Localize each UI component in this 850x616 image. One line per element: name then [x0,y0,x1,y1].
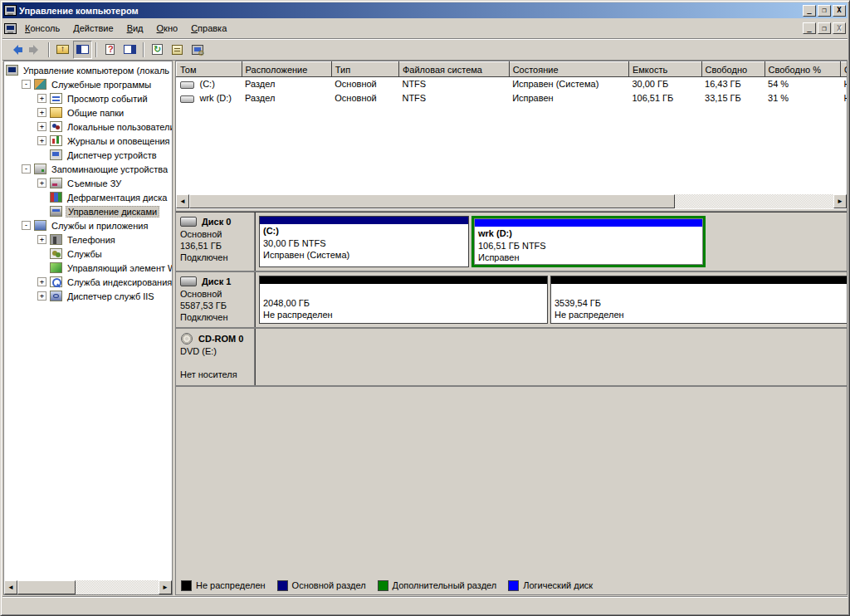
disk-region[interactable]: (C:)30,00 ГБ NTFSИсправен (Система) [259,216,469,267]
disk-label[interactable]: Диск 0Основной136,51 ГБПодключен [176,213,256,271]
volume-row[interactable]: (C:)РазделОсновнойNTFSИсправен (Система)… [177,77,848,91]
column-header-6[interactable]: Емкость [628,62,701,77]
tree-expander-icon[interactable]: + [37,277,46,286]
tree-expander-icon[interactable]: + [37,178,46,188]
column-header-3[interactable]: Тип [331,62,398,77]
legend-item: Основной раздел [277,580,366,591]
tree-item-users[interactable]: +Локальные пользователи [6,120,172,134]
volume-cell: 16,43 ГБ [701,77,765,91]
tree-item-event[interactable]: +Просмотр событий [6,91,172,105]
scroll-right-icon[interactable]: ► [833,194,847,208]
tree-expander-icon[interactable]: + [37,136,46,145]
tree-horizontal-scrollbar[interactable]: ◄ ► [4,580,172,594]
tree-item-folder[interactable]: +Общие папки [6,105,172,120]
child-close-button[interactable]: X [833,22,846,34]
event-icon [50,93,62,104]
scrollbar-thumb[interactable] [17,580,76,594]
tree-item-indexing[interactable]: +Служба индексирования [6,275,172,289]
volume-cell: Основной [331,77,398,91]
extended-partition-container[interactable]: wrk (D:)106,51 ГБ NTFSИсправен [471,216,706,267]
disk-region[interactable]: 2048,00 ГБНе распределен [259,276,548,324]
legend-item: Дополнительный раздел [378,580,497,591]
servapps-icon [34,220,46,231]
volume-row[interactable]: wrk (D:)РазделОсновнойNTFSИсправен106,51… [177,91,848,105]
tree-item-telephony[interactable]: +Телефония [6,232,172,247]
show-hide-console-tree-button[interactable] [73,41,92,59]
tree-expander-icon[interactable]: - [22,80,31,89]
tree-item-label: Просмотр событий [66,94,149,104]
tree-item-devmgr[interactable]: Диспетчер устройств [6,148,172,162]
tree-expander-icon[interactable]: + [37,291,46,301]
console-window-icon[interactable] [4,23,17,34]
menu-item-Окно[interactable]: Окно [150,21,185,36]
child-minimize-button[interactable]: _ [803,22,816,34]
console-tree-pane: Управление компьютером (локаль-Служебные… [3,61,173,595]
refresh-button[interactable] [148,41,167,59]
partition-type-stripe [260,276,547,284]
up-one-level-button[interactable] [53,41,72,59]
tree-item-wmi[interactable]: Управляющий элемент WM [6,261,172,275]
disk-label[interactable]: Диск 1Основной5587,53 ГБПодключен [176,272,256,327]
volume-table-header-row: ТомРасположениеТипФайловая системаСостоя… [177,62,848,77]
scroll-left-icon[interactable]: ◄ [176,194,189,208]
tree-item-label: Съемные ЗУ [66,178,123,188]
tree-item-services[interactable]: Службы [6,247,172,261]
child-restore-button[interactable]: ❐ [818,22,831,34]
menu-item-Консоль[interactable]: Консоль [18,21,66,36]
menu-item-Действие[interactable]: Действие [66,21,120,36]
toolbar-separator [95,42,97,57]
tree-expander-icon[interactable]: - [22,221,31,230]
column-header-1[interactable]: Том [177,62,242,77]
disk-label[interactable]: CD-ROM 0DVD (E:)Нет носителя [176,329,256,385]
column-header-2[interactable]: Расположение [242,62,331,77]
volume-cell: NTFS [398,77,509,91]
tree-item-storage[interactable]: -Запоминающие устройства [6,162,172,176]
tree-expander-icon[interactable]: - [22,164,31,174]
volume-list-horizontal-scrollbar[interactable]: ◄ ► [176,194,847,208]
tree-item-servapps[interactable]: -Службы и приложения [6,218,172,232]
tree-expander-icon[interactable]: + [37,235,46,244]
diskmgmt-icon [50,206,62,217]
menu-item-Вид[interactable]: Вид [120,21,150,36]
column-header-7[interactable]: Свободно [701,62,765,77]
column-header-5[interactable]: Состояние [509,62,628,77]
properties-button[interactable] [168,41,187,59]
tree-expander-icon[interactable]: + [37,108,46,117]
tree-item-label: Телефония [66,235,117,245]
tree-item-logs[interactable]: +Журналы и оповещения пр [6,134,172,148]
tree-item-label: Управляющий элемент WM [66,263,172,273]
tree-item-label: Управление дисками [66,206,159,218]
tree-item-root[interactable]: Управление компьютером (локаль [6,63,172,77]
show-action-pane-button[interactable] [120,41,139,59]
tree-item-defrag[interactable]: Дефрагментация диска [6,190,172,204]
volume-cell: 54 % [765,77,840,91]
column-header-4[interactable]: Файловая система [398,62,509,77]
manage-computer-button[interactable] [188,41,207,59]
tree-item-diskmgmt[interactable]: Управление дисками [6,204,172,218]
tree-item-tools[interactable]: -Служебные программы [6,77,172,91]
minimize-button[interactable]: _ [803,5,816,17]
restore-button[interactable]: ❐ [818,5,831,17]
column-header-8[interactable]: Свободно % [765,62,840,77]
disk-region[interactable]: wrk (D:)106,51 ГБ NTFSИсправен [474,218,703,265]
disk-region[interactable]: 3539,54 ГБНе распределен [550,276,847,324]
tree-expander-icon[interactable]: + [37,122,46,131]
partition-size: 30,00 ГБ NTFS [263,237,465,249]
partition-name [263,285,544,297]
disk-info-line: DVD (E:) [180,345,252,357]
volume-cell: Исправен [509,91,628,105]
column-header-9[interactable]: Отказоустойчивость [840,62,847,77]
tree-item-removable[interactable]: +Съемные ЗУ [6,176,172,190]
scrollbar-thumb[interactable] [189,194,675,208]
back-button[interactable] [6,41,25,59]
scroll-right-icon[interactable]: ► [159,580,172,594]
context-help-button[interactable] [100,41,120,59]
menu-item-Справка[interactable]: Справка [184,21,233,36]
legend-item: Не распределен [181,580,266,591]
forward-button[interactable] [26,41,45,59]
tree-expander-icon[interactable]: + [37,94,46,103]
close-button[interactable]: X [833,5,846,17]
disk-row-cd-rom-0: CD-ROM 0DVD (E:)Нет носителя [176,329,847,387]
tree-item-iis[interactable]: +Диспетчер служб IIS [6,289,172,303]
scroll-left-icon[interactable]: ◄ [4,580,17,594]
